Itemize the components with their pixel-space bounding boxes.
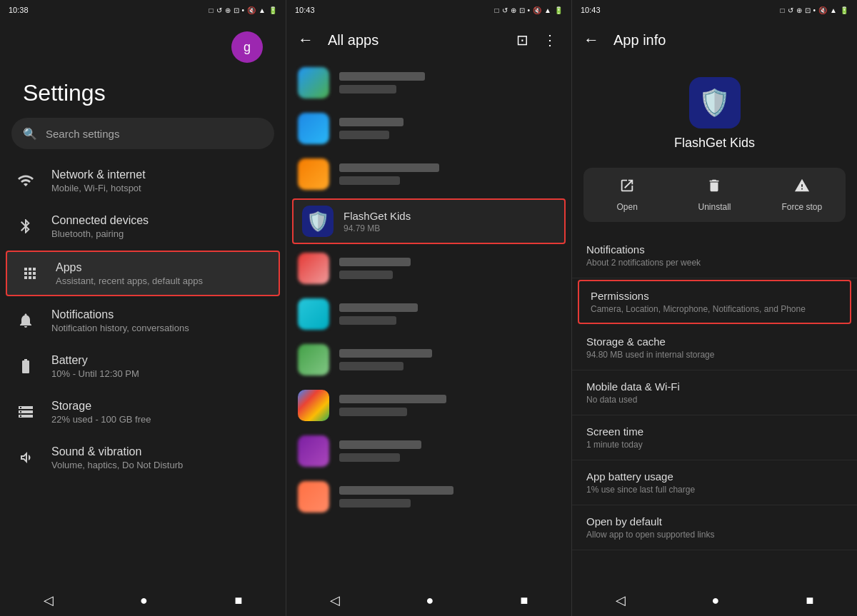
app-icon-blurred-5	[298, 253, 329, 284]
device-icon-3: ⊡	[805, 6, 811, 14]
nav-home-settings[interactable]: ●	[123, 587, 165, 614]
open-icon	[619, 178, 635, 198]
app-name-blurred-7	[339, 349, 432, 358]
apps-item-title: Apps	[56, 261, 270, 274]
signal-icon-2: ▲	[544, 6, 551, 14]
search-input[interactable]: Search settings	[46, 128, 119, 140]
uninstall-button[interactable]: Uninstall	[671, 168, 758, 222]
connected-item-text: Connected devices Bluetooth, pairing	[51, 214, 274, 239]
flashget-app-name: FlashGet Kids	[344, 210, 556, 222]
sidebar-item-connected[interactable]: Connected devices Bluetooth, pairing	[0, 203, 286, 249]
sidebar-item-apps[interactable]: Apps Assistant, recent apps, default app…	[6, 251, 280, 296]
app-size-blurred-3	[339, 176, 400, 185]
toolbar-allapps: ← All apps ⊡ ⋮	[286, 20, 571, 60]
list-item[interactable]	[286, 246, 571, 291]
network-item-text: Network & internet Mobile, Wi-Fi, hotspo…	[51, 168, 274, 193]
avatar[interactable]: g	[231, 31, 263, 63]
permissions-info-subtitle: Camera, Location, Microphone, Notificati…	[591, 304, 838, 314]
vpn-icon-2: ⊕	[511, 6, 516, 14]
device-icon-2: ⊡	[519, 6, 525, 14]
wifi-icon	[11, 166, 40, 195]
back-button-appinfo[interactable]: ←	[583, 31, 599, 49]
nav-home-appinfo[interactable]: ●	[695, 587, 737, 614]
storage-info-item[interactable]: Storage & cache 94.80 MB used in interna…	[572, 325, 857, 370]
open-label: Open	[616, 202, 637, 212]
openbydefault-info-title: Open by default	[586, 515, 843, 527]
sync-icon: ↺	[216, 6, 222, 14]
sidebar-item-storage[interactable]: Storage 22% used - 100 GB free	[0, 389, 286, 435]
toolbar-appinfo: ← App info	[572, 20, 857, 60]
app-text-8	[339, 393, 560, 418]
connected-item-title: Connected devices	[51, 214, 274, 227]
openbydefault-info-item[interactable]: Open by default Allow app to open suppor…	[572, 505, 857, 550]
app-icon-blurred-1	[298, 67, 329, 99]
app-icon-blurred-2	[298, 113, 329, 144]
signal-icon-3: ▲	[830, 6, 837, 14]
search-bar[interactable]: 🔍 Search settings	[11, 118, 274, 149]
app-info-header: 🛡️ FlashGet Kids	[572, 60, 857, 162]
flashget-kids-item[interactable]: 🛡️ FlashGet Kids 94.79 MB	[292, 198, 566, 244]
search-icon: 🔍	[23, 127, 37, 141]
list-item[interactable]	[286, 428, 571, 474]
list-item[interactable]	[286, 151, 571, 197]
list-item[interactable]	[286, 383, 571, 428]
open-button[interactable]: Open	[583, 168, 671, 222]
back-button-allapps[interactable]: ←	[298, 31, 314, 49]
list-item[interactable]	[286, 106, 571, 151]
list-item[interactable]	[286, 60, 571, 106]
nav-back-appinfo[interactable]: ◁	[598, 587, 643, 614]
vpn-icon-3: ⊕	[796, 6, 802, 14]
app-name-blurred-10	[339, 486, 453, 495]
app-name-blurred-9	[339, 440, 421, 449]
search-toolbar-icon[interactable]: ⊡	[513, 29, 531, 51]
status-time-settings: 10:38	[9, 6, 29, 14]
app-info-name: FlashGet Kids	[674, 136, 755, 151]
status-bar-appinfo: 10:43 □ ↺ ⊕ ⊡ • 🔇 ▲ 🔋	[572, 0, 857, 20]
force-stop-label: Force stop	[781, 202, 822, 212]
sound-item-text: Sound & vibration Volume, haptics, Do No…	[51, 445, 274, 470]
page-title-settings: Settings	[11, 69, 274, 112]
screen-icon-3: □	[781, 6, 785, 14]
device-icon: ⊡	[234, 6, 239, 14]
connected-item-subtitle: Bluetooth, pairing	[51, 228, 274, 239]
force-stop-button[interactable]: Force stop	[758, 168, 846, 222]
app-name-blurred-6	[339, 303, 418, 312]
more-options-icon[interactable]: ⋮	[540, 29, 560, 51]
nav-recents-settings[interactable]: ■	[217, 587, 259, 614]
app-text-7	[339, 347, 560, 373]
screentime-info-item[interactable]: Screen time 1 minute today	[572, 415, 857, 460]
screen-icon-2: □	[495, 6, 499, 14]
nav-recents-appinfo[interactable]: ■	[789, 587, 831, 614]
sidebar-item-notifications[interactable]: Notifications Notification history, conv…	[0, 298, 286, 343]
signal-icon: ▲	[259, 6, 266, 14]
app-size-blurred-8	[339, 408, 407, 416]
app-name-blurred-1	[339, 72, 425, 81]
nav-home-allapps[interactable]: ●	[409, 587, 451, 614]
status-icons-appinfo: □ ↺ ⊕ ⊡ • 🔇 ▲ 🔋	[781, 6, 848, 14]
sidebar-item-battery[interactable]: Battery 10% - Until 12:30 PM	[0, 343, 286, 389]
sidebar-item-network[interactable]: Network & internet Mobile, Wi-Fi, hotspo…	[0, 158, 286, 203]
app-size-blurred-6	[339, 316, 396, 325]
vpn-icon: ⊕	[225, 6, 231, 14]
app-text-5	[339, 256, 560, 281]
list-item[interactable]	[286, 337, 571, 383]
list-item[interactable]	[286, 291, 571, 337]
appbattery-info-item[interactable]: App battery usage 1% use since last full…	[572, 460, 857, 505]
mobiledata-info-item[interactable]: Mobile data & Wi-Fi No data used	[572, 370, 857, 415]
nav-back-allapps[interactable]: ◁	[313, 587, 357, 614]
flashget-app-size: 94.79 MB	[344, 223, 556, 233]
sidebar-item-sound[interactable]: Sound & vibration Volume, haptics, Do No…	[0, 435, 286, 480]
app-size-blurred-9	[339, 453, 400, 462]
app-name-blurred-8	[339, 395, 446, 403]
notifications-info-item[interactable]: Notifications About 2 notifications per …	[572, 233, 857, 278]
all-apps-panel: 10:43 □ ↺ ⊕ ⊡ • 🔇 ▲ 🔋 ← All apps ⊡ ⋮	[286, 0, 571, 616]
list-item[interactable]	[286, 474, 571, 520]
flashget-item-text: FlashGet Kids 94.79 MB	[344, 210, 556, 233]
nav-recents-allapps[interactable]: ■	[503, 587, 546, 614]
permissions-info-item[interactable]: Permissions Camera, Location, Microphone…	[578, 280, 851, 324]
app-icon-blurred-6	[298, 298, 329, 330]
mute-icon-3: 🔇	[818, 6, 827, 14]
mute-icon-2: 🔇	[533, 6, 541, 14]
app-text-1	[339, 70, 560, 96]
nav-back-settings[interactable]: ◁	[26, 587, 71, 614]
